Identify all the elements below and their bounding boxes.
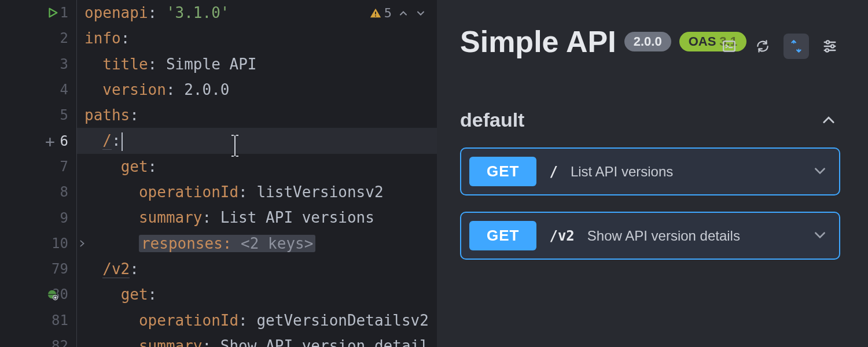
http-method-badge: GET [469, 221, 536, 250]
endpoint-row[interactable]: GET/List API versions [460, 147, 840, 195]
svg-rect-5 [723, 41, 735, 51]
preview-toolbar [716, 34, 843, 59]
next-problem-icon[interactable] [415, 8, 426, 19]
code-line[interactable]: info: [77, 25, 437, 51]
line-number: 81 [52, 312, 68, 328]
svg-point-8 [826, 49, 829, 51]
api-title: Simple API [460, 24, 616, 59]
endpoint-summary: Show API version details [587, 228, 740, 244]
code-line[interactable]: responses: <2 keys> [77, 231, 437, 256]
sync-scroll-button[interactable] [784, 34, 809, 59]
line-number: 4 [60, 82, 68, 98]
line-number: 82 [52, 338, 68, 347]
svg-point-6 [826, 40, 829, 43]
line-number: 10 [52, 235, 68, 252]
gutter-row[interactable]: 1 [0, 0, 76, 25]
endpoint-summary: List API versions [571, 164, 673, 180]
svg-rect-3 [375, 12, 376, 14]
console-button[interactable] [716, 34, 742, 59]
line-number: 1 [60, 5, 68, 21]
code-line[interactable]: title: Simple API [77, 51, 437, 77]
add-line-icon[interactable]: + [45, 132, 55, 152]
code-line[interactable]: version: 2.0.0 [77, 77, 437, 102]
settings-button[interactable] [817, 34, 843, 59]
gutter-row[interactable]: 82 [0, 333, 76, 347]
prev-problem-icon[interactable] [398, 8, 409, 19]
svg-point-7 [831, 45, 834, 47]
code-line[interactable]: paths: [77, 102, 437, 128]
editor-gutter: 123456+7891079808182 [0, 0, 77, 347]
section-header[interactable]: default [460, 109, 840, 131]
code-line[interactable]: /v2: [77, 256, 437, 282]
line-number: 2 [60, 30, 68, 46]
line-number: 79 [52, 261, 68, 277]
code-editor[interactable]: 123456+7891079808182 openapi: '3.1.0'inf… [0, 0, 437, 347]
code-line[interactable]: get: [77, 154, 437, 179]
http-gutter-icon[interactable] [46, 289, 59, 304]
section-title: default [460, 109, 524, 131]
expand-endpoint-icon[interactable] [812, 163, 827, 180]
endpoint-row[interactable]: GET/v2Show API version details [460, 212, 840, 260]
warning-indicator[interactable]: 5 [369, 6, 392, 20]
code-line[interactable]: operationId: getVersionDetailsv2 [77, 308, 437, 333]
code-line[interactable]: summary: List API versions [77, 205, 437, 230]
editor-code[interactable]: openapi: '3.1.0'info: title: Simple API … [77, 0, 437, 347]
warning-count: 5 [384, 6, 392, 20]
gutter-row[interactable]: 81 [0, 308, 76, 333]
endpoint-list: GET/List API versionsGET/v2Show API vers… [460, 147, 840, 260]
gutter-row[interactable]: 3 [0, 51, 76, 77]
endpoint-path: /v2 [549, 228, 574, 244]
line-number: 5 [60, 107, 68, 123]
line-number: 3 [60, 56, 68, 72]
gutter-row[interactable]: 80 [0, 282, 76, 307]
line-number: 6 [60, 133, 68, 149]
warning-icon [369, 7, 382, 20]
line-number: 7 [60, 158, 68, 175]
run-icon[interactable] [46, 6, 59, 21]
problems-widget[interactable]: 5 [369, 6, 426, 20]
collapse-section-icon[interactable] [821, 112, 837, 128]
code-line[interactable]: get: [77, 282, 437, 307]
expand-endpoint-icon[interactable] [812, 227, 827, 245]
gutter-row[interactable]: 10 [0, 231, 76, 256]
svg-rect-4 [375, 15, 376, 16]
gutter-row[interactable]: 9 [0, 205, 76, 230]
line-number: 8 [60, 184, 68, 200]
version-badge: 2.0.0 [624, 32, 671, 51]
gutter-row[interactable]: 5 [0, 102, 76, 128]
refresh-button[interactable] [750, 34, 775, 59]
endpoint-path: / [549, 164, 557, 180]
line-number: 9 [60, 210, 68, 226]
gutter-row[interactable]: 4 [0, 77, 76, 102]
code-line[interactable]: /: [77, 128, 437, 153]
gutter-row[interactable]: 8 [0, 179, 76, 205]
http-method-badge: GET [469, 157, 536, 186]
gutter-row[interactable]: 6+ [0, 128, 76, 153]
gutter-row[interactable]: 2 [0, 25, 76, 51]
code-line[interactable]: operationId: listVersionsv2 [77, 179, 437, 205]
api-preview-panel: Simple API 2.0.0 OAS3.1 default [437, 0, 868, 347]
code-line[interactable]: summary: Show API version detail [77, 333, 437, 347]
gutter-row[interactable]: 79 [0, 256, 76, 282]
gutter-row[interactable]: 7 [0, 154, 76, 179]
